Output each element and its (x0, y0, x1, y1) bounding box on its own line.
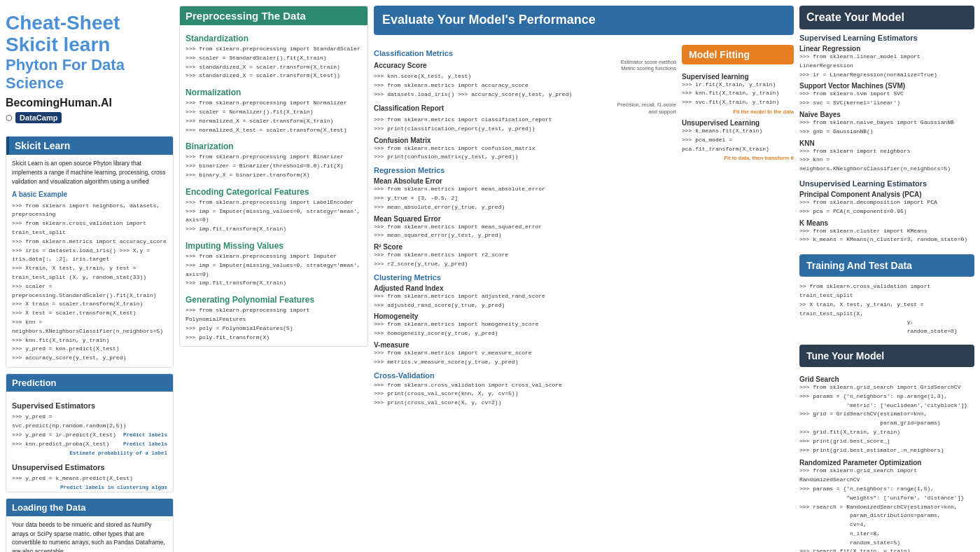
confusion-header: Confusion Matrix (374, 137, 676, 144)
mae-code: >>> from sklearn.metrics import mean_abs… (374, 185, 676, 212)
imputing-header: Imputing Missing Values (186, 240, 362, 252)
adjusted-rand-code: >>> from sklearn.metrics import adjusted… (374, 292, 676, 310)
mse-code: >>> from sklearn.metrics import mean_squ… (374, 223, 676, 241)
scikit-description: Skicit Learn is an open source Phyton li… (12, 159, 167, 186)
binarization-header: Binarization (186, 140, 362, 153)
tune-box: Tune Your Model (799, 345, 974, 367)
classification-section: Classification Metrics Accuracy Score Es… (374, 49, 676, 163)
tune-title: Tune Your Model (806, 350, 967, 361)
polynomial-header: Generating Polynomial Features (186, 294, 362, 306)
cross-validation-section: Cross-Validation >>> from sklearn.cross_… (374, 371, 676, 408)
random-search-code: >>> from sklearn.grid_search import Rand… (799, 467, 974, 552)
naive-bayes-code: >>> from sklearn.naive_bayes import Gaus… (799, 118, 974, 137)
right-column: Create Your Model Supervised Learning Es… (799, 6, 974, 552)
report-code: >>> from sklearn.metrics import classifi… (374, 116, 676, 134)
create-model-title: Create Your Model (806, 11, 967, 24)
title-section: Cheat-Sheet Skicit learn Phyton For Data… (6, 6, 174, 130)
model-fitting-column: Model Fitting Supervised learning >>> lr… (682, 45, 794, 552)
cross-validation-code: >>> from sklearn.cross_validation import… (374, 381, 676, 408)
evaluate-column: Evaluate Your Model's Performance Classi… (374, 6, 794, 552)
training-code: >> from sklearn.cross_validation import … (799, 282, 974, 336)
scikit-header: Skicit Learn (6, 137, 173, 155)
homogeneity-header: Homogeneity (374, 312, 676, 320)
kmeans-code: >>> from sklearn.cluster import KMeans >… (799, 227, 974, 245)
loading-content: Your data beeds to be nmueric and stored… (6, 516, 173, 552)
datacamp-badge: ⬡ DataCamp (6, 112, 62, 123)
naive-bayes-header: Naive Bayes (799, 111, 974, 118)
accuracy-header: Accuracy Score (374, 62, 427, 69)
datacamp-logo: DataCamp (15, 112, 62, 123)
report-header: Classification Report (374, 104, 444, 112)
model-fitting-title: Model Fitting (689, 49, 787, 60)
accuracy-code: >>> knn.score(X_test, y_test) >>> from s… (374, 72, 676, 99)
preprocessing-header: Preprocessing The Data (180, 6, 368, 25)
model-fitting-box: Model Fitting (682, 45, 794, 64)
unsupervised-fitting-header: Unsupervised Learning (682, 119, 794, 127)
basic-example-code: >>> from sklearn import neighbors, datas… (12, 202, 167, 363)
create-model-box: Create Your Model (799, 6, 974, 29)
unsupervised-estimators-create-header: Unsupervised Learning Estimators (799, 179, 974, 188)
loading-section: Loading the Data Your data beeds to be n… (6, 498, 174, 552)
create-model-section: Create Your Model Supervised Learning Es… (799, 6, 974, 249)
tune-content: Grid Search >>> from sklearn.grid_search… (799, 370, 974, 552)
random-search-header: Randomized Parameter Optimization (799, 459, 974, 467)
supervised-fitting-note: Fit the model to the data (682, 109, 794, 115)
mse-header: Mean Squared Error (374, 215, 676, 223)
svm-code: >>> from sklearn.svm import SVC >>> svc … (799, 90, 974, 108)
svm-header: Support Vector Machines (SVM) (799, 82, 974, 90)
left-column: Cheat-Sheet Skicit learn Phyton For Data… (6, 6, 174, 552)
knn-create-header: KNN (799, 139, 974, 147)
loading-description: Your data beeds to be nmueric and stored… (12, 520, 167, 552)
supervised-estimators-header: Supervised Estimators (12, 400, 167, 412)
evaluate-content: Classification Metrics Accuracy Score Es… (374, 45, 794, 552)
normalization-code: >>> from sklearn.preprocessing import No… (186, 99, 362, 134)
training-box: Training And Test Data (799, 254, 974, 277)
training-section: Training And Test Data >> from sklearn.c… (799, 254, 974, 339)
accuracy-section: Accuracy Score Estimator score methodMet… (374, 59, 676, 73)
kmeans-header: K Means (799, 219, 974, 227)
supervised-fitting-code: >>> lr.fit(X_train, y_train) >>> knn.fit… (682, 81, 794, 107)
prediction-content: Supervised Estimators >>> y_pred = svc.p… (6, 392, 173, 488)
regression-section: Regression Metrics Mean Absolute Error >… (374, 166, 676, 269)
prediction-header: Prediction (6, 374, 173, 392)
pca-header: Principal Component Analysis (PCA) (799, 191, 974, 198)
metrics-left: Classification Metrics Accuracy Score Es… (374, 45, 676, 552)
clustering-section: Clustering Metrics Adjusted Rand Index >… (374, 273, 676, 367)
encoding-code: >>> from sklearn.preprocessing import La… (186, 198, 362, 234)
adjusted-rand-header: Adjusted Rand Index (374, 284, 676, 292)
r2-header: R² Score (374, 243, 676, 251)
page: Cheat-Sheet Skicit learn Phyton For Data… (0, 0, 980, 552)
training-content: >> from sklearn.cross_validation import … (799, 280, 974, 339)
tune-section: Tune Your Model Grid Search >>> from skl… (799, 345, 974, 552)
report-section: Classification Report Precision, recall,… (374, 102, 676, 116)
brand-title: BecomingHuman.AI (6, 97, 174, 109)
binarization-code: >>> from sklearn.preprocessing import Bi… (186, 153, 362, 179)
homogeneity-code: >>> from sklearn.metrics import homogene… (374, 320, 676, 338)
v-measure-header: V-measure (374, 341, 676, 349)
grid-search-code: >>> from sklearn.grid_search import Grid… (799, 383, 974, 455)
polynomial-code: >>> from sklearn.preprocessing import Po… (186, 306, 362, 342)
linear-regression-header: Linear Regression (799, 45, 974, 53)
standardization-code: >>> from sklearn.preprocessing import St… (186, 45, 362, 81)
report-note: Precision, recall, f1-scoreand support (617, 102, 676, 116)
sub-title: Phyton For Data Science (6, 56, 174, 93)
pca-code: >>> from sklearn.decomposition import PC… (799, 198, 974, 216)
training-title: Training And Test Data (806, 260, 967, 271)
imputing-code: >>> from sklearn.preprocessing import Im… (186, 252, 362, 288)
loading-header: Loading the Data (6, 499, 173, 516)
clustering-header: Clustering Metrics (374, 273, 676, 282)
linear-regression-code: >>> from sklearn.linear_model import Lin… (799, 53, 974, 79)
accuracy-note: Estimator score methodMetric scoring fun… (621, 59, 676, 73)
main-content: Cheat-Sheet Skicit learn Phyton For Data… (0, 0, 980, 552)
classification-header: Classification Metrics (374, 49, 676, 57)
supervised-fitting-header: Supervised learning (682, 73, 794, 81)
r2-code: >>> from sklearn.metrics import r2_score… (374, 251, 676, 269)
preprocessing-column: Preprocessing The Data Standardization >… (179, 6, 368, 552)
scikit-content: Skicit Learn is an open source Phyton li… (6, 155, 173, 367)
supervised-code-block: >>> y_pred = svc.predict(np.random.rando… (12, 413, 167, 457)
supervised-estimators-create-header: Supervised Learning Estimators (799, 34, 974, 42)
v-measure-code: >>> from sklearn.metrics import v_measur… (374, 349, 676, 367)
unsupervised-fitting-note: Fit to data, then transform it (682, 155, 794, 161)
preprocessing-content: Standardization >>> from sklearn.preproc… (180, 25, 368, 346)
unsupervised-fitting-code: >>> k_means.fit(X_train) >>> pca_model =… (682, 127, 794, 153)
